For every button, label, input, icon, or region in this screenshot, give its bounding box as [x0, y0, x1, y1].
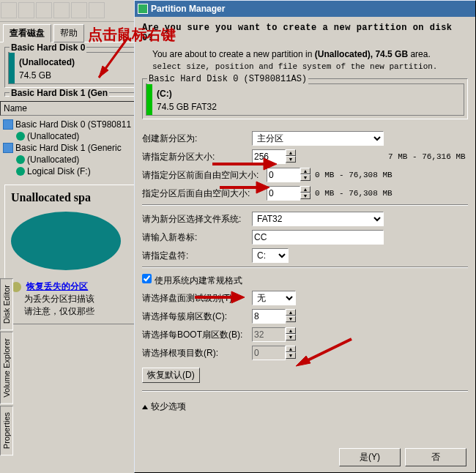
disk-preview-legend: Basic Hard Disk 0 (ST980811AS) — [147, 74, 308, 84]
recover-desc2: 请注意，仅仅那些 — [11, 305, 135, 318]
side-tab-volume-explorer[interactable]: Volume Explorer — [0, 332, 13, 404]
recover-desc1: 为丢失分区扫描该 — [11, 293, 135, 305]
side-tab-properties[interactable]: Properties — [0, 406, 13, 455]
tab-view-disks[interactable]: 查看磁盘 — [3, 24, 51, 42]
spin-up[interactable]: ▲ — [300, 186, 310, 193]
spin-down: ▼ — [286, 334, 296, 340]
side-tab-disk-editor[interactable]: Disk Editor — [0, 278, 13, 330]
label-volume-label: 请输入新卷标: — [142, 231, 252, 244]
tree-disk0[interactable]: Basic Hard Disk 0 (ST980811 — [3, 119, 144, 130]
tab-help[interactable]: 帮助 — [53, 24, 84, 42]
recover-task: 恢复丢失的分区 为丢失分区扫描该 请注意，仅仅那些 — [11, 280, 135, 318]
input-free-before[interactable] — [267, 168, 300, 182]
partition-name: (Unallocated) — [19, 56, 75, 69]
volume-icon — [16, 155, 25, 164]
pie-graphic — [11, 212, 121, 270]
partition-text: (Unallocated) 74.5 GB — [15, 53, 79, 83]
spin-up[interactable]: ▲ — [300, 168, 310, 174]
select-drive-letter[interactable]: C: — [252, 248, 289, 263]
yes-button[interactable]: 是(Y) — [339, 448, 401, 466]
label-root-entries: 请选择根项目数(R): — [142, 347, 252, 360]
partition-name: (C:) — [157, 87, 217, 100]
panel-title: Unallocated spa — [11, 191, 135, 204]
partition-size: 74.5 GB FAT32 — [157, 100, 217, 113]
label-free-before: 请指定分区前面自由空间大小: — [142, 169, 267, 182]
confirm-question: Are you sure you want to create a new pa… — [142, 21, 468, 48]
recover-link[interactable]: 恢复丢失的分区 — [26, 281, 88, 291]
info-line-1: You are about to create a new partition … — [142, 48, 468, 61]
spin-down[interactable]: ▼ — [286, 316, 296, 322]
checkbox-use-defaults[interactable]: 使用系统内建常规格式 — [142, 274, 242, 287]
spin-up: ▲ — [286, 327, 296, 334]
label-create-as: 创建新分区为: — [142, 133, 252, 145]
label-sectors-per-boot: 请选择每BOOT扇区数(B): — [142, 329, 252, 341]
partition-color-stripe — [146, 84, 152, 115]
task-panel: Unallocated spa 恢复丢失的分区 为丢失分区扫描该 请注意，仅仅那… — [4, 185, 142, 324]
label-filesystem: 请为新分区选择文件系统: — [142, 213, 252, 226]
disk1-groupbox-cut: Basic Hard Disk 1 (Gen — [4, 92, 142, 97]
restore-defaults-button[interactable]: 恢复默认(D) — [142, 368, 200, 383]
info-line-2: select size, position and file system of… — [142, 61, 468, 72]
input-sectors-per-boot — [252, 327, 286, 342]
spin-down[interactable]: ▼ — [286, 156, 296, 163]
disk-icon — [3, 143, 13, 153]
range-free-before: 0 MB - 76,308 MB — [310, 171, 393, 179]
select-surface-test[interactable]: 无 — [252, 291, 296, 305]
volume-icon — [16, 167, 25, 176]
partition-size: 74.5 GB — [19, 69, 75, 82]
range-size: 7 MB - 76,316 MB — [384, 152, 466, 161]
disk0-partition-bar[interactable]: (Unallocated) 74.5 GB — [8, 52, 138, 84]
input-size[interactable] — [252, 149, 286, 164]
label-free-after: 指定分区后面自由空间大小: — [142, 187, 267, 200]
disk1-legend-cut: Basic Hard Disk 1 (Gen — [10, 88, 109, 98]
checkbox-use-defaults-input[interactable] — [142, 274, 152, 283]
disk0-groupbox: Basic Hard Disk 0 (Unallocated) 74.5 GB — [4, 47, 142, 88]
toolbar — [0, 0, 146, 22]
disk0-legend: Basic Hard Disk 0 — [10, 42, 86, 53]
disk-tree: Basic Hard Disk 0 (ST980811 (Unallocated… — [0, 116, 146, 180]
input-volume-label[interactable] — [252, 230, 384, 245]
tree-disk1[interactable]: Basic Hard Disk 1 (Generic — [3, 142, 144, 154]
less-options-toggle[interactable]: 较少选项 — [142, 398, 468, 416]
tree-disk1-unalloc[interactable]: (Unallocated) — [3, 154, 144, 165]
spin-down[interactable]: ▼ — [300, 174, 310, 181]
background-window: 查看磁盘 帮助 Basic Hard Disk 0 (Unallocated) … — [0, 0, 146, 473]
input-root-entries — [252, 346, 286, 360]
input-sectors-per-cluster[interactable] — [252, 309, 286, 324]
partition-manager-dialog: Partition Manager Are you sure you want … — [134, 0, 476, 473]
dialog-titlebar[interactable]: Partition Manager — [135, 1, 475, 17]
disk-preview-bar[interactable]: (C:) 74.5 GB FAT32 — [146, 83, 464, 116]
label-size: 请指定新分区大小: — [142, 151, 252, 163]
disk-icon — [3, 119, 13, 130]
range-free-after: 0 MB - 76,308 MB — [310, 189, 393, 198]
app-icon — [138, 4, 148, 14]
spin-up: ▲ — [286, 346, 296, 352]
input-free-after[interactable] — [267, 186, 300, 201]
disk-preview-groupbox: Basic Hard Disk 0 (ST980811AS) (C:) 74.5… — [142, 78, 468, 119]
partition-text: (C:) 74.5 GB FAT32 — [152, 84, 221, 115]
tree-disk0-unalloc[interactable]: (Unallocated) — [3, 130, 144, 142]
tabstrip: 查看磁盘 帮助 — [0, 22, 146, 42]
select-create-as[interactable]: 主分区 — [252, 131, 384, 146]
spin-down: ▼ — [286, 352, 296, 359]
side-tabs: Disk Editor Volume Explorer Properties — [0, 278, 13, 457]
partition-color-stripe — [9, 53, 15, 83]
spin-up[interactable]: ▲ — [286, 149, 296, 156]
label-sectors-per-cluster: 请选择每簇扇区数(C): — [142, 310, 252, 323]
no-button[interactable]: 否 — [405, 448, 466, 466]
tree-disk1-logical[interactable]: Logical Disk (F:) — [3, 165, 144, 177]
label-surface-test: 请选择盘面测试级别(T): — [142, 292, 252, 305]
tree-header[interactable]: Name — [0, 101, 146, 116]
spin-up[interactable]: ▲ — [286, 309, 296, 316]
select-filesystem[interactable]: FAT32 — [252, 212, 384, 226]
volume-icon — [16, 132, 25, 141]
dialog-title: Partition Manager — [151, 4, 225, 14]
spin-down[interactable]: ▼ — [300, 193, 310, 199]
label-drive-letter: 请指定盘符: — [142, 250, 252, 262]
chevron-up-icon — [142, 405, 148, 409]
